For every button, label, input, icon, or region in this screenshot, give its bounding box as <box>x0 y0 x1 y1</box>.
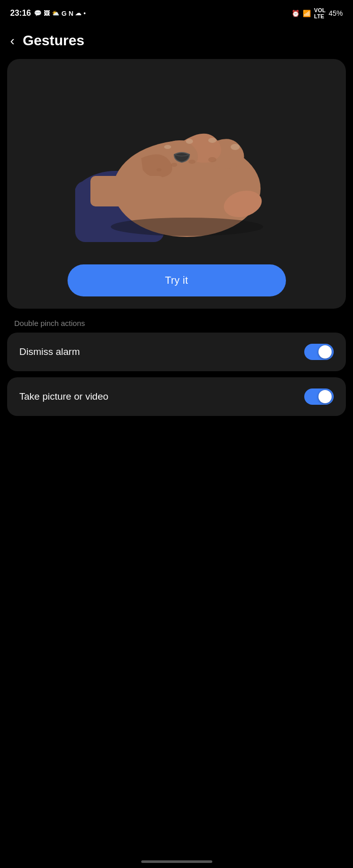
svg-point-8 <box>156 168 162 171</box>
try-it-button[interactable]: Try it <box>68 264 286 296</box>
svg-point-13 <box>111 218 263 236</box>
cloud-icon: ☁ <box>75 10 81 17</box>
svg-point-9 <box>231 144 240 150</box>
dot-icon: • <box>83 10 85 17</box>
svg-point-6 <box>188 160 196 164</box>
status-time: 23:16 <box>10 9 31 18</box>
demo-card: Try it <box>7 59 346 309</box>
svg-rect-4 <box>90 176 164 206</box>
message-icon: 💬 <box>34 10 42 17</box>
back-button[interactable]: ‹ <box>10 34 15 47</box>
notion-icon: N <box>69 10 73 17</box>
dismiss-alarm-label: Dismiss alarm <box>19 346 80 357</box>
hand-svg <box>75 79 278 242</box>
status-left: 23:16 💬 🖼 ⛅ G N ☁ • <box>10 9 86 18</box>
wifi-icon: 📶 <box>303 10 311 17</box>
take-picture-label: Take picture or video <box>19 391 108 402</box>
svg-point-5 <box>208 157 216 162</box>
alarm-icon: ⏰ <box>292 10 300 17</box>
dismiss-alarm-toggle[interactable] <box>304 344 334 360</box>
svg-point-12 <box>164 145 171 149</box>
google-icon: G <box>61 10 67 17</box>
dismiss-alarm-knob <box>318 345 332 358</box>
status-icons: 💬 🖼 ⛅ G N ☁ • <box>34 10 86 17</box>
section-label: Double pinch actions <box>0 309 353 333</box>
page-header: ‹ Gestures <box>0 24 353 59</box>
status-right: ⏰ 📶 VOLLTE 45% <box>292 7 343 19</box>
signal-icon: VOLLTE <box>314 7 326 19</box>
home-indicator <box>141 860 212 863</box>
take-picture-row: Take picture or video <box>7 377 346 416</box>
photo-icon: 🖼 <box>44 10 50 17</box>
page-title: Gestures <box>23 33 84 49</box>
svg-point-10 <box>208 138 216 143</box>
weather-icon: ⛅ <box>52 10 59 17</box>
svg-point-7 <box>171 163 177 167</box>
hand-illustration <box>17 69 336 252</box>
take-picture-knob <box>318 390 332 403</box>
status-bar: 23:16 💬 🖼 ⛅ G N ☁ • ⏰ 📶 VOLLTE 45% <box>0 0 353 24</box>
battery-text: 45% <box>329 9 343 17</box>
take-picture-toggle[interactable] <box>304 388 334 405</box>
svg-point-11 <box>186 139 193 144</box>
dismiss-alarm-row: Dismiss alarm <box>7 333 346 371</box>
